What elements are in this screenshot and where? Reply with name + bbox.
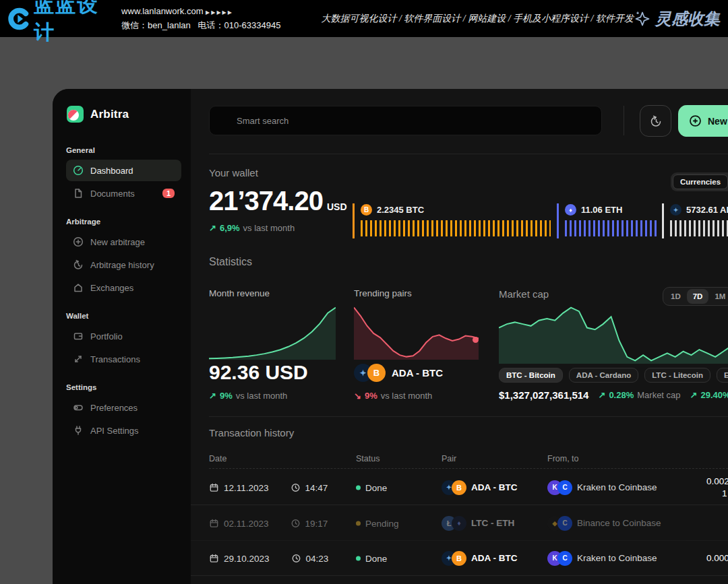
banner-services: 大数据可视化设计 / 软件界面设计 / 网站建设 / 手机及小程序设计 / 软件… xyxy=(321,13,634,25)
transfer-arrows-icon xyxy=(73,354,84,364)
tx-status: Done xyxy=(365,482,387,492)
lanlan-logo[interactable]: 蓝蓝设计 xyxy=(7,0,112,46)
cap-change: 0.28% xyxy=(609,390,634,400)
calendar-icon xyxy=(209,553,219,563)
file-icon xyxy=(73,188,84,199)
wallet-segment-ada[interactable]: ✦ 5732.61 ADA xyxy=(662,203,728,238)
wallet-total: 21’374.20USD xyxy=(209,186,347,216)
route-cell: KC Kraken to Coinbase xyxy=(547,551,657,566)
sidebar-item-label: Dashboard xyxy=(90,166,133,176)
search-input[interactable] xyxy=(209,106,602,135)
sidebar-item-dashboard[interactable]: Dashboard xyxy=(66,160,181,181)
ada-amount: 5732.61 ADA xyxy=(686,205,728,215)
date-cell: 29.10.2023 04:23 xyxy=(209,553,328,563)
sidebar-item-preferences[interactable]: Preferences xyxy=(66,397,181,418)
sidebar-item-portfolio[interactable]: Portfolio xyxy=(66,325,181,347)
wallet-segment-btc[interactable]: B 2.2345 BTC xyxy=(353,203,553,238)
pill-eth-ethereum[interactable]: ETH - Ethereum xyxy=(717,368,728,383)
sparkle-star-icon xyxy=(634,10,651,28)
calendar-icon xyxy=(209,518,219,528)
eth-icon: ♦ xyxy=(565,204,576,216)
chart-end-dot xyxy=(473,337,479,343)
clock-icon xyxy=(291,518,301,528)
route-cell: ◆C Binance to Coinbase xyxy=(547,516,661,531)
table-row[interactable]: 12.11.2023 14:47 Done ✦B ADA - BTC KC Kr… xyxy=(191,470,728,505)
arbitra-logo-icon xyxy=(66,105,84,123)
btc-icon: B xyxy=(361,204,372,216)
clock-history-icon xyxy=(649,115,663,128)
banner-wechat: 微信：ben_lanlan xyxy=(121,20,191,30)
eth-bars xyxy=(565,220,658,236)
pill-ltc-litecoin[interactable]: LTC - Litecoin xyxy=(644,368,710,383)
tx-amount: 1 xyxy=(722,488,727,498)
wallet-segment-eth[interactable]: ♦ 11.06 ETH xyxy=(557,203,659,238)
tx-date: 29.10.2023 xyxy=(224,553,270,563)
ada-bars xyxy=(670,220,728,236)
pair-label: ADA - BTC xyxy=(392,367,443,379)
divider xyxy=(209,416,728,417)
sidebar-item-label: Preferences xyxy=(90,403,138,413)
btc-icon: B xyxy=(367,364,386,382)
wallet-currency: USD xyxy=(327,201,347,212)
collect-label: 灵感收集 xyxy=(655,8,720,30)
tab-7d[interactable]: 7D xyxy=(687,289,709,304)
status-dot-done xyxy=(356,485,361,490)
up-arrow-icon: ↗ xyxy=(209,223,216,233)
btc-bars xyxy=(361,220,551,236)
trending-pairs-note: vs last month xyxy=(381,391,433,401)
col-date: Date xyxy=(209,454,226,463)
sidebar-item-exchanges[interactable]: Exchanges xyxy=(66,277,181,298)
arbitra-brand[interactable]: Arbitra xyxy=(66,105,181,123)
ada-icon: ✦ xyxy=(670,204,681,216)
tx-date: 12.11.2023 xyxy=(224,482,269,492)
pair-icons: ✦ B xyxy=(354,364,386,382)
btc-icon: B xyxy=(452,551,466,566)
wallet-change-note: vs last month xyxy=(243,223,295,233)
screenshot-frame: 蓝蓝设计 www.lanlanwork.com ▶▶▶▶▶ 微信：ben_lan… xyxy=(0,0,728,584)
tab-1m[interactable]: 1M xyxy=(708,289,728,304)
sidebar-item-documents[interactable]: Documents 1 xyxy=(66,183,181,204)
tx-pair: ADA - BTC xyxy=(471,553,518,563)
up-arrow-icon: ↗ xyxy=(209,391,216,401)
date-cell: 12.11.2023 14:47 xyxy=(209,482,328,492)
status-dot-pending xyxy=(356,521,361,525)
tab-1d[interactable]: 1D xyxy=(665,289,687,304)
brand-name: Arbitra xyxy=(90,108,129,121)
up-arrow-icon: ↗ xyxy=(690,390,698,400)
month-revenue-pct: 9% xyxy=(220,391,233,401)
section-settings: Settings xyxy=(66,383,181,391)
toggle-currencies[interactable]: Currencies xyxy=(673,174,728,189)
pill-btc-bitcoin[interactable]: BTC - Bitcoin xyxy=(499,368,563,383)
sidebar-item-api-settings[interactable]: API Settings xyxy=(66,420,181,441)
wallet-icon xyxy=(73,331,84,342)
main-area: New arbitrage Your wallet Currencies Exc… xyxy=(191,89,728,584)
month-revenue-note: vs last month xyxy=(236,391,288,401)
btc-amount: 2.2345 BTC xyxy=(377,205,424,215)
new-arbitrage-label: New arbitrage xyxy=(708,116,728,127)
calendar-icon xyxy=(209,482,219,492)
sidebar-item-transactions[interactable]: Transactions xyxy=(66,348,181,370)
trending-pairs-chart xyxy=(354,304,479,360)
wallet-total-value: 21’374.20 xyxy=(209,186,323,216)
sidebar-item-label: Exchanges xyxy=(90,283,133,293)
table-row[interactable]: 29.10.2023 04:23 Done ✦B ADA - BTC KC Kr… xyxy=(191,541,728,576)
sidebar-item-arbitrage-history[interactable]: Arbitrage history xyxy=(66,254,181,275)
tx-time: 04:23 xyxy=(306,553,329,563)
coinbase-icon: C xyxy=(557,480,572,495)
range-tabs: 1D 7D 1M xyxy=(663,287,728,306)
wallet-change: ↗ 6,9% vs last month xyxy=(209,223,295,233)
inspiration-collect[interactable]: 灵感收集 xyxy=(634,8,720,30)
topbar-divider xyxy=(624,106,624,135)
sidebar-item-new-arbitrage[interactable]: New arbitrage xyxy=(66,231,181,253)
table-row[interactable]: 02.11.2023 19:17 Pending Ł♦ LTC - ETH ◆C… xyxy=(191,506,728,541)
banner-contact: www.lanlanwork.com ▶▶▶▶▶ 微信：ben_lanlan 电… xyxy=(121,5,280,32)
pill-ada-cardano[interactable]: ADA - Cardano xyxy=(569,368,638,383)
month-revenue-value: 92.36 USD xyxy=(209,361,308,384)
banner-url[interactable]: www.lanlanwork.com xyxy=(121,6,203,16)
coin-pills: BTC - Bitcoin ADA - Cardano LTC - Liteco… xyxy=(499,368,728,383)
tx-date: 02.11.2023 xyxy=(224,518,269,528)
new-arbitrage-button[interactable]: New arbitrage xyxy=(678,105,728,137)
eth-icon: ♦ xyxy=(452,516,466,531)
history-button[interactable] xyxy=(640,105,671,137)
tx-amount: 0.002 xyxy=(706,476,728,486)
